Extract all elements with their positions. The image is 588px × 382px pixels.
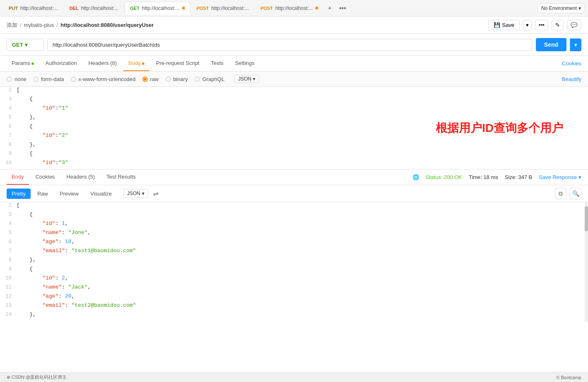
code-line: 8 },	[0, 141, 588, 150]
more-options-button[interactable]: •••	[535, 20, 548, 30]
code-line: 10 "id": 2,	[0, 275, 588, 284]
response-section: Body Cookies Headers (5) Test Results 🌐 …	[0, 170, 588, 322]
tab-pre-request[interactable]: Pre-request Script	[151, 56, 204, 71]
code-line: 4 "id": 1,	[0, 220, 588, 229]
resp-subtab-raw[interactable]: Raw	[32, 189, 53, 199]
scrollbar-thumb[interactable]	[585, 206, 588, 231]
resp-subtab-preview[interactable]: Preview	[55, 189, 84, 199]
method-chevron-icon: ▾	[25, 42, 28, 48]
resp-tab-headers[interactable]: Headers (5)	[62, 170, 100, 185]
response-format-select[interactable]: JSON ▾	[123, 189, 148, 198]
radio-raw	[142, 76, 148, 82]
globe-icon: 🌐	[413, 174, 419, 180]
save-dropdown-button[interactable]: ▾	[523, 20, 532, 30]
code-line: 7 "email": "test1@baomidou.com"	[0, 248, 588, 257]
tab-params[interactable]: Params	[7, 56, 39, 71]
code-line: 4 "id":"1"	[0, 105, 588, 114]
resp-subtab-pretty[interactable]: Pretty	[7, 189, 31, 199]
save-response-chevron: ▾	[578, 174, 581, 180]
body-type-bar: none form-data x-www-form-urlencoded raw…	[0, 72, 588, 87]
tab-dot-post2	[315, 7, 318, 10]
beautify-button[interactable]: Beautify	[562, 76, 581, 82]
code-line: 2 [	[0, 202, 588, 211]
tab-body[interactable]: Body	[123, 56, 149, 71]
body-type-form-data[interactable]: form-data	[33, 76, 64, 82]
json-format-label: JSON	[238, 76, 251, 82]
code-line: 9 {	[0, 266, 588, 275]
tab-url-post1: http://localhost:...	[211, 5, 249, 11]
resp-tab-body[interactable]: Body	[7, 170, 29, 185]
environment-select[interactable]: No Environment ▾	[538, 3, 585, 13]
copy-response-button[interactable]: ⧉	[555, 188, 566, 199]
tab-del[interactable]: DEL http://localhost:...	[64, 2, 124, 15]
method-select[interactable]: GET ▾	[7, 39, 44, 51]
json-format-select[interactable]: JSON ▾	[234, 75, 259, 83]
body-type-graphql[interactable]: GraphQL	[194, 76, 224, 82]
scrollbar[interactable]	[585, 202, 588, 322]
save-label: Save	[502, 22, 514, 28]
code-line: 13 "email": "test2@baomidou.com"	[0, 302, 588, 311]
tab-url-post2: http://localhost:...	[275, 5, 313, 11]
send-label: Send	[544, 41, 558, 48]
code-line: 2 [	[0, 87, 588, 96]
tab-bar: PUT http://localhost:... DEL http://loca…	[0, 0, 588, 17]
method-value: GET	[12, 42, 23, 48]
body-dot	[142, 62, 144, 65]
code-line: 3 {	[0, 96, 588, 105]
comment-button[interactable]: 💬	[567, 20, 581, 30]
code-line: 3 {	[0, 211, 588, 220]
response-sub-tabs: Pretty Raw Preview Visualize JSON ▾ ⇌ ⧉ …	[0, 185, 588, 202]
tab-post2[interactable]: POST http://localhost:...	[255, 2, 324, 15]
footer-right: © Bootcamp	[556, 375, 581, 380]
wrap-toggle-button[interactable]: ⇌	[153, 190, 158, 198]
tab-authorization[interactable]: Authorization	[41, 56, 82, 71]
tab-method-post2: POST	[260, 6, 273, 11]
tab-headers[interactable]: Headers (8)	[84, 56, 122, 71]
new-tab-button[interactable]: +	[324, 5, 335, 12]
code-line: 9 {	[0, 150, 588, 160]
response-body-editor: 2 [ 3 { 4 "id": 1, 5 "name": "Jone", 6 "…	[0, 202, 588, 322]
code-line: 11 "name": "Jack",	[0, 284, 588, 293]
request-tabs: Params Authorization Headers (8) Body Pr…	[0, 56, 588, 72]
tab-post1[interactable]: POST http://localhost:...	[191, 2, 254, 15]
body-type-none[interactable]: none	[7, 76, 26, 82]
tab-url-put: http://localhost:...	[20, 5, 58, 11]
tab-method-get: GET	[130, 6, 139, 11]
breadcrumb-actions: 💾 Save ▾ ••• ✎ 💬	[488, 20, 581, 30]
code-line: 5 "name": "Jone",	[0, 229, 588, 239]
radio-urlencoded	[71, 76, 76, 82]
resp-format-label: JSON	[127, 191, 140, 196]
response-tabs: Body Cookies Headers (5) Test Results 🌐 …	[0, 170, 588, 185]
breadcrumb-part1[interactable]: 添加	[7, 21, 17, 29]
resp-subtab-visualize[interactable]: Visualize	[85, 189, 117, 199]
code-line: 14 },	[0, 311, 588, 320]
send-dropdown-button[interactable]: ▾	[570, 38, 581, 51]
tab-put[interactable]: PUT http://localhost:...	[3, 2, 63, 15]
tab-tests[interactable]: Tests	[206, 56, 228, 71]
search-response-button[interactable]: 🔍	[570, 188, 581, 199]
body-type-binary[interactable]: binary	[166, 76, 188, 82]
url-input[interactable]	[47, 39, 533, 51]
tab-overflow-button[interactable]: •••	[336, 5, 349, 12]
cookies-link[interactable]: Cookies	[562, 60, 581, 67]
request-body-editor[interactable]: 2 [ 3 { 4 "id":"1" 5 }, 6 { 7 "id":"2" 8…	[0, 87, 588, 170]
tab-get[interactable]: GET http://localhost:...	[125, 2, 190, 15]
resp-tab-test-results[interactable]: Test Results	[101, 170, 141, 185]
code-line: 5 },	[0, 114, 588, 123]
body-type-raw[interactable]: raw	[142, 76, 159, 82]
tab-method-put: PUT	[9, 6, 18, 11]
breadcrumb-sep2: /	[57, 22, 58, 28]
edit-button[interactable]: ✎	[552, 20, 564, 30]
response-status-bar: 🌐 Status: 200 OK Time: 18 ms Size: 347 B…	[413, 174, 581, 180]
body-type-urlencoded[interactable]: x-www-form-urlencoded	[71, 76, 136, 82]
save-button[interactable]: 💾 Save	[488, 20, 520, 30]
save-response-button[interactable]: Save Response ▾	[539, 174, 581, 180]
tab-settings[interactable]: Settings	[230, 56, 259, 71]
response-size: Size: 347 B	[505, 174, 533, 180]
chevron-down-icon: ▾	[578, 5, 581, 11]
breadcrumb-part2[interactable]: mybatis-plus	[24, 22, 54, 28]
send-button[interactable]: Send	[536, 38, 566, 51]
params-dot	[31, 62, 34, 65]
code-line: 6 {	[0, 123, 588, 132]
resp-tab-cookies[interactable]: Cookies	[31, 170, 60, 185]
